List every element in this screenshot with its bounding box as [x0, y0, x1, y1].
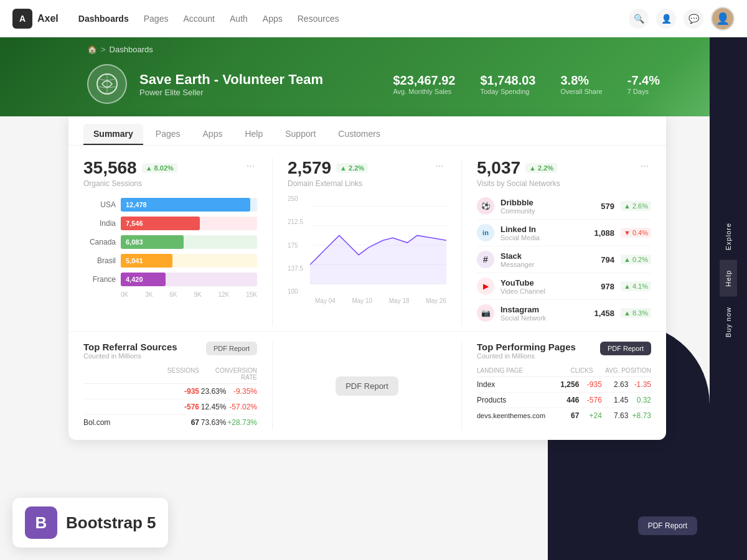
- middle-section: PDF Report: [273, 342, 462, 430]
- nav-pages[interactable]: Pages: [144, 14, 169, 24]
- tab-pages[interactable]: Pages: [146, 124, 190, 145]
- organic-sessions-card: 35,568 ▲ 8.02% Organic Sessions ··· USA …: [83, 158, 273, 326]
- stat-value: -7.4%: [627, 73, 660, 88]
- stat-value: $23,467.92: [393, 73, 455, 88]
- stat-label: 7 Days: [627, 88, 660, 95]
- tabs-bar: Summary Pages Apps Help Support Customer…: [68, 116, 666, 146]
- social-visits-card: 5,037 ▲ 2.2% Visits by Social Networks ·…: [462, 158, 651, 326]
- stat-7days: -7.4% 7 Days: [627, 73, 660, 95]
- bar-row-brasil: Brasil 5,041: [83, 254, 257, 268]
- tab-summary[interactable]: Summary: [83, 124, 143, 145]
- stat-value: $1,748.03: [481, 73, 536, 88]
- table-row: Index 1,256 -935 2.63 -1.35: [477, 377, 651, 393]
- logo-text: Axel: [37, 13, 59, 24]
- company-info: Save Earth - Volunteer Team Power Elite …: [139, 72, 323, 97]
- domain-links-badge: ▲ 2.2%: [336, 163, 368, 173]
- organic-sessions-badge: ▲ 8.02%: [142, 163, 177, 173]
- tab-customers[interactable]: Customers: [328, 124, 390, 145]
- company-subtitle: Power Elite Seller: [139, 88, 323, 97]
- social-item-linkedin: in Linked In Social Media 1,088 ▼ 0.4%: [477, 220, 651, 246]
- nav-right: 🔍 👤 💬 👤: [629, 7, 735, 30]
- tab-support[interactable]: Support: [275, 124, 326, 145]
- logo-area: A Axel: [12, 9, 59, 29]
- bootstrap-icon: B: [25, 506, 57, 539]
- organic-sessions-value: 35,568 ▲ 8.02%: [83, 158, 177, 178]
- dribbble-icon: ⚽: [477, 197, 494, 215]
- tab-apps[interactable]: Apps: [193, 124, 233, 145]
- referral-subtitle: Counted in Millions: [83, 352, 177, 360]
- nav-auth[interactable]: Auth: [230, 14, 248, 24]
- social-visits-label: Visits by Social Networks: [477, 179, 560, 188]
- social-visits-badge: ▲ 2.2%: [525, 163, 557, 173]
- more-options-btn-1[interactable]: ···: [244, 158, 257, 174]
- nav-resources[interactable]: Resources: [298, 14, 339, 24]
- social-item-dribbble: ⚽ Dribbble Community 579 ▲ 2.6%: [477, 193, 651, 220]
- logo-icon: A: [12, 9, 32, 29]
- more-options-btn-3[interactable]: ···: [638, 158, 651, 174]
- referral-pdf-btn[interactable]: PDF Report: [206, 342, 257, 355]
- chart-x-labels: May 04 May 10 May 18 May 26: [288, 297, 446, 304]
- stat-label: Today Spending: [481, 88, 536, 95]
- breadcrumb-home-icon: 🏠: [87, 45, 97, 54]
- dark-pdf-btn[interactable]: PDF Report: [638, 516, 697, 535]
- social-network-list: ⚽ Dribbble Community 579 ▲ 2.6% in Linke…: [477, 193, 651, 326]
- bar-row-usa: USA 12,478: [83, 198, 257, 212]
- header-stats: $23,467.92 Avg. Monthly Sales $1,748.03 …: [393, 73, 660, 95]
- breadcrumb-separator: >: [101, 45, 106, 54]
- pdf-report-btn[interactable]: PDF Report: [336, 376, 398, 396]
- referral-sources: Top Referral Sources Counted in Millions…: [83, 342, 273, 430]
- company-title: Save Earth - Volunteer Team: [139, 72, 323, 88]
- social-item-youtube: ▶ YouTube Video Channel 978 ▲ 4.1%: [477, 273, 651, 300]
- nav-links: Dashboards Pages Account Auth Apps Resou…: [78, 14, 629, 24]
- bootstrap-text: Bootstrap 5: [66, 513, 156, 533]
- bar-row-canada: Canada 6,083: [83, 235, 257, 249]
- table-row: Bol.com 67 73.63% +28.73%: [83, 415, 257, 430]
- table-row: -935 23.63% -9.35%: [83, 384, 257, 399]
- notifications-icon[interactable]: 👤: [656, 9, 676, 29]
- social-visits-value: 5,037 ▲ 2.2%: [477, 158, 560, 178]
- breadcrumb-current: Dashboards: [110, 45, 153, 54]
- referral-title: Top Referral Sources: [83, 342, 177, 352]
- pages-table: LANDING PAGE CLICKS AVG. POSITION Index …: [477, 365, 651, 423]
- nav-account[interactable]: Account: [183, 14, 215, 24]
- nav-apps[interactable]: Apps: [263, 14, 283, 24]
- sidebar-buy-btn[interactable]: Buy now: [720, 297, 737, 347]
- bar-chart: USA 12,478 India 7,546: [83, 198, 257, 298]
- stat-value: 3.8%: [560, 73, 602, 88]
- more-options-btn-2[interactable]: ···: [433, 158, 446, 174]
- stat-monthly-sales: $23,467.92 Avg. Monthly Sales: [393, 73, 455, 95]
- referral-table: SESSIONS CONVERSION RATE -935 23.63% -9.…: [83, 365, 257, 430]
- stat-label: Avg. Monthly Sales: [393, 88, 455, 95]
- social-item-slack: # Slack Messanger 794 ▲ 0.2%: [477, 246, 651, 273]
- stat-overall-share: 3.8% Overall Share: [560, 73, 602, 95]
- social-item-instagram: 📷 Instagram Social Network 1,458 ▲ 8.3%: [477, 300, 651, 326]
- green-header: 🏠 > Dashboards Save Earth - Volunteer Te…: [0, 37, 747, 116]
- table-row: Products 446 -576 1.45 0.32: [477, 393, 651, 408]
- youtube-icon: ▶: [477, 278, 494, 295]
- right-sidebar: Explore Help Buy now: [710, 0, 747, 560]
- bar-axis: 0K 3K 6K 9K 12K 15K: [83, 291, 257, 298]
- linkedin-icon: in: [477, 224, 494, 241]
- bootstrap-badge: B Bootstrap 5: [12, 498, 168, 548]
- search-icon[interactable]: 🔍: [629, 9, 649, 29]
- bar-row-france: France 4,420: [83, 273, 257, 286]
- sidebar-help-btn[interactable]: Help: [720, 260, 737, 297]
- domain-links-label: Domain External Links: [288, 179, 368, 188]
- sidebar-explore-btn[interactable]: Explore: [720, 213, 737, 260]
- table-row: devs.keenthemes.com 67 +24 7.63 +8.73: [477, 408, 651, 423]
- tab-help[interactable]: Help: [235, 124, 273, 145]
- stat-label: Overall Share: [560, 88, 602, 95]
- company-logo: [87, 64, 127, 104]
- pages-pdf-btn[interactable]: PDF Report: [600, 342, 651, 355]
- avatar[interactable]: 👤: [711, 7, 735, 30]
- breadcrumb: 🏠 > Dashboards: [87, 45, 660, 54]
- nav-dashboards[interactable]: Dashboards: [78, 14, 129, 24]
- messages-icon[interactable]: 💬: [684, 9, 703, 29]
- instagram-icon: 📷: [477, 304, 494, 322]
- top-nav: A Axel Dashboards Pages Account Auth App…: [0, 0, 747, 37]
- main-card: Summary Pages Apps Help Support Customer…: [68, 116, 666, 440]
- stat-today-spending: $1,748.03 Today Spending: [481, 73, 536, 95]
- line-chart: 250 212.5 175 137.5 100: [288, 195, 446, 307]
- pages-title: Top Performing Pages: [477, 342, 576, 352]
- pages-subtitle: Counted in Millions: [477, 352, 576, 360]
